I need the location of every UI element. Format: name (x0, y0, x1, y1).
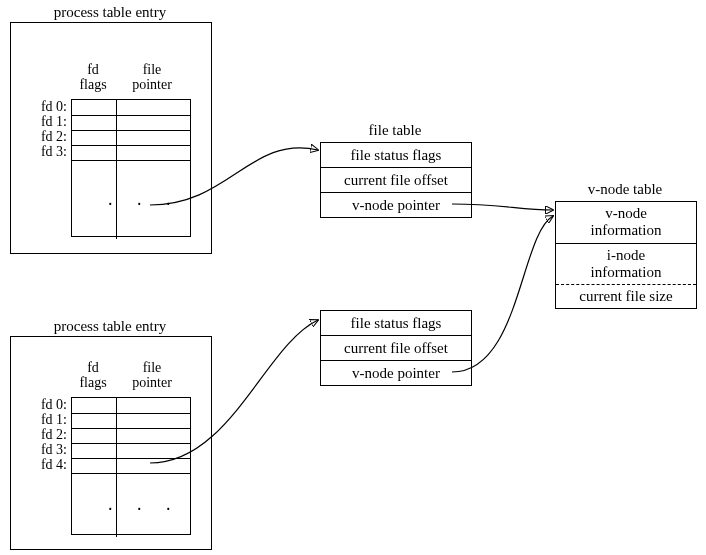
ft2-status-flags: file status flags (321, 311, 471, 335)
vnode-table-title: v-node table (555, 181, 695, 198)
table-row (72, 100, 190, 115)
proc1-hdr-flags: fdflags (73, 63, 113, 92)
table-row (72, 413, 190, 428)
proc2-hdr-flags: fdflags (73, 361, 113, 390)
table-row (72, 458, 190, 473)
table-row (72, 130, 190, 145)
file-table-2: file status flags current file offset v-… (320, 310, 472, 386)
proc2-hdr-ptr: filepointer (117, 361, 187, 390)
proc2-fd3-label: fd 3: (27, 442, 67, 457)
proc2-fd0-label: fd 0: (27, 397, 67, 412)
proc1-hdr-ptr: filepointer (117, 63, 187, 92)
file-table-1: file status flags current file offset v-… (320, 142, 472, 218)
ft2-offset: current file offset (321, 335, 471, 360)
proc2-fd1-label: fd 1: (27, 412, 67, 427)
proc1-fd2-label: fd 2: (27, 129, 67, 144)
proc2-title: process table entry (10, 318, 210, 335)
proc2-fd-rest: . . . (72, 473, 190, 537)
table-row (72, 145, 190, 160)
proc2-box: fdflags filepointer fd 0: fd 1: fd 2: fd… (10, 336, 212, 550)
vn-inode-info: i-nodeinformation (556, 243, 696, 285)
proc1-title: process table entry (10, 4, 210, 21)
table-row (72, 115, 190, 130)
vn-file-size: current file size (556, 284, 696, 308)
proc1-fd-rest: . . . (72, 160, 190, 239)
proc1-dots: . . . (108, 189, 181, 210)
proc2-dots: . . . (108, 494, 181, 515)
ft1-status-flags: file status flags (321, 143, 471, 167)
table-row (72, 428, 190, 443)
proc2-fd4-label: fd 4: (27, 457, 67, 472)
proc1-fd0-label: fd 0: (27, 99, 67, 114)
proc1-fd-table: . . . (71, 99, 191, 237)
vn-vnode-info: v-nodeinformation (556, 202, 696, 243)
ft2-vnode-ptr: v-node pointer (321, 360, 471, 385)
diagram-stage: process table entry fdflags filepointer … (0, 0, 706, 555)
proc2-fd2-label: fd 2: (27, 427, 67, 442)
vnode-table: v-nodeinformation i-nodeinformation curr… (555, 201, 697, 309)
proc1-box: fdflags filepointer fd 0: fd 1: fd 2: fd… (10, 22, 212, 254)
proc2-fd-table: . . . (71, 397, 191, 535)
ft1-vnode-ptr: v-node pointer (321, 192, 471, 217)
ft1-offset: current file offset (321, 167, 471, 192)
proc1-fd1-label: fd 1: (27, 114, 67, 129)
file-table-title: file table (320, 122, 470, 139)
table-row (72, 443, 190, 458)
table-row (72, 398, 190, 413)
proc1-fd3-label: fd 3: (27, 144, 67, 159)
